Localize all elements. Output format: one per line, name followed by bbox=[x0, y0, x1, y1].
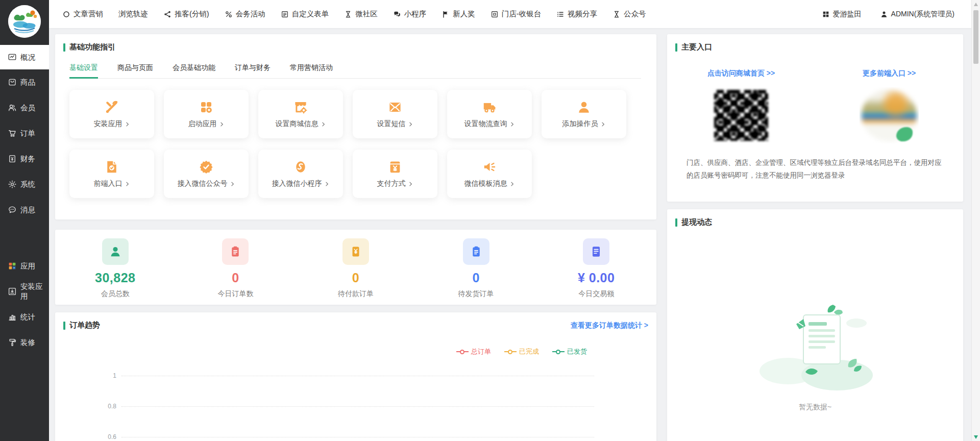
nav-conference[interactable]: 会务活动 bbox=[225, 9, 265, 19]
list-doc-icon bbox=[590, 245, 603, 258]
nav-label: 门店-收银台 bbox=[502, 9, 541, 19]
y-tick: 1 bbox=[100, 372, 116, 379]
tab-marketing[interactable]: 常用营销活动 bbox=[290, 63, 333, 78]
mall-home-link[interactable]: 点击访问商城首页 >> bbox=[707, 69, 775, 77]
qr-row bbox=[667, 87, 963, 143]
guide-header: 基础功能指引 bbox=[55, 34, 656, 52]
guide-mall-info[interactable]: 设置商城信息 bbox=[258, 90, 343, 138]
more-order-stats-link[interactable]: 查看更多订单数据统计 > bbox=[571, 321, 648, 330]
guide-template-message[interactable]: 微信模板消息 bbox=[447, 150, 532, 198]
guide-card-label: 微信模板消息 bbox=[464, 179, 507, 188]
legend-marker-icon bbox=[504, 350, 517, 354]
guide-install-app[interactable]: 安装应用 bbox=[69, 90, 154, 138]
guide-card-label: 设置短信 bbox=[377, 119, 406, 129]
tab-basic-settings[interactable]: 基础设置 bbox=[69, 63, 98, 78]
form-icon bbox=[281, 10, 289, 18]
chain-icon bbox=[225, 10, 233, 18]
guide-card-label: 接入微信小程序 bbox=[272, 179, 322, 188]
nav-official-account[interactable]: 公众号 bbox=[612, 9, 646, 19]
guide-payment[interactable]: 支付方式 bbox=[353, 150, 437, 198]
sidebar-label: 消息 bbox=[20, 205, 35, 215]
chat-double-icon bbox=[393, 10, 401, 18]
tab-goods-pages[interactable]: 商品与页面 bbox=[117, 63, 153, 78]
tab-member-basics[interactable]: 会员基础功能 bbox=[173, 63, 215, 78]
nav-mini-program[interactable]: 小程序 bbox=[393, 9, 427, 19]
sidebar-label: 应用 bbox=[20, 261, 35, 271]
download-box-icon bbox=[8, 287, 17, 296]
mall-home-qr-image bbox=[712, 87, 771, 143]
guide-wechat-mini[interactable]: 接入微信小程序 bbox=[258, 150, 343, 198]
stat-label: 会员总数 bbox=[101, 289, 130, 299]
stat-unpaid-orders: 0 待付款订单 bbox=[296, 230, 416, 305]
bar-chart-icon bbox=[8, 312, 17, 322]
apps-color-icon bbox=[8, 261, 17, 271]
guide-card-label: 添加操作员 bbox=[562, 119, 598, 129]
nav-micro-community[interactable]: 微社区 bbox=[344, 9, 378, 19]
scrollbar-up-icon[interactable] bbox=[974, 3, 978, 6]
green-bar bbox=[63, 322, 65, 330]
sidebar-item-messages[interactable]: 消息 bbox=[0, 197, 49, 223]
sidebar-item-finance[interactable]: 财务 bbox=[0, 146, 49, 172]
nav-newcomer-award[interactable]: 新人奖 bbox=[442, 9, 475, 19]
sidebar-item-install-apps[interactable]: 安装应用 bbox=[0, 279, 49, 304]
sidebar-item-orders[interactable]: 订单 bbox=[0, 120, 49, 146]
nav-video-share[interactable]: 视频分享 bbox=[556, 9, 597, 19]
logo-wrap bbox=[0, 0, 49, 45]
withdraw-title: 提现动态 bbox=[681, 217, 712, 227]
nav-label: 微社区 bbox=[355, 9, 378, 19]
gridline bbox=[121, 406, 594, 407]
nav-custom-form[interactable]: 自定义表单 bbox=[281, 9, 329, 19]
user-menu[interactable]: ADMIN(系统管理员) bbox=[880, 10, 954, 19]
nav-article-marketing[interactable]: 文章营销 bbox=[62, 9, 103, 19]
sidebar-item-overview[interactable]: 概况 bbox=[0, 45, 49, 69]
legend-total-orders[interactable]: 总订单 bbox=[456, 347, 491, 356]
sidebar-item-system[interactable]: 系统 bbox=[0, 172, 49, 197]
legend-marker-icon bbox=[456, 350, 469, 354]
doc-check-icon bbox=[104, 159, 119, 175]
sidebar-label: 装修 bbox=[20, 338, 35, 348]
bag-icon bbox=[8, 78, 17, 87]
circle-icon bbox=[62, 10, 70, 18]
gridline bbox=[121, 376, 594, 376]
gridline-row: 0.6 bbox=[100, 432, 594, 441]
sidebar-item-apps[interactable]: 应用 bbox=[0, 253, 49, 279]
legend-completed[interactable]: 已完成 bbox=[504, 347, 539, 356]
more-entries-link[interactable]: 更多前端入口 >> bbox=[863, 69, 916, 77]
shop-switcher[interactable]: 爱游盐田 bbox=[822, 10, 862, 19]
sidebar-item-goods[interactable]: 商品 bbox=[0, 69, 49, 95]
chevron-right-icon bbox=[219, 121, 225, 127]
guide-launch-app[interactable]: 启动应用 bbox=[164, 90, 249, 138]
s-link-icon bbox=[293, 159, 308, 175]
guide-wechat-official[interactable]: 接入微信公众号 bbox=[164, 150, 249, 198]
topbar-right: 爱游盐田 ADMIN(系统管理员) bbox=[822, 10, 968, 19]
chevron-right-icon bbox=[125, 181, 130, 187]
stat-label: 今日交易额 bbox=[578, 289, 614, 299]
scrollbar-thumb[interactable] bbox=[973, 10, 978, 64]
main-entry-card: 主要入口 点击访问商城首页 >> 更多前端入口 >> 门店、供应商、酒店、企业管… bbox=[667, 34, 963, 202]
tab-orders-finance[interactable]: 订单与财务 bbox=[235, 63, 271, 78]
guide-card-label: 安装应用 bbox=[94, 119, 122, 129]
guide-sms[interactable]: 设置短信 bbox=[353, 90, 437, 138]
hourglass-icon bbox=[612, 10, 621, 18]
nav-label: 浏览轨迹 bbox=[118, 9, 148, 19]
legend-label: 已完成 bbox=[519, 347, 539, 356]
guide-add-operator[interactable]: 添加操作员 bbox=[542, 90, 626, 138]
sidebar-item-statistics[interactable]: 统计 bbox=[0, 304, 49, 330]
empty-state: 暂无数据~ bbox=[667, 293, 963, 412]
scrollbar-down-icon[interactable] bbox=[974, 435, 978, 439]
nav-distribution[interactable]: 推客(分销) bbox=[163, 9, 209, 19]
nav-store-cashier[interactable]: 门店-收银台 bbox=[491, 9, 541, 19]
y-tick: 0.6 bbox=[100, 433, 116, 440]
sidebar-item-decorate[interactable]: 装修 bbox=[0, 330, 49, 355]
nav-label: 视频分享 bbox=[568, 9, 597, 19]
shop-name: 爱游盐田 bbox=[833, 10, 862, 19]
nav-browse-track[interactable]: 浏览轨迹 bbox=[118, 9, 148, 19]
guide-front-entry[interactable]: 前端入口 bbox=[69, 150, 154, 198]
person-icon bbox=[109, 245, 122, 258]
guide-logistics[interactable]: 设置物流查询 bbox=[447, 90, 532, 138]
nav-label: 会务活动 bbox=[236, 9, 265, 19]
nav-label: 公众号 bbox=[624, 9, 646, 19]
sidebar-item-members[interactable]: 会员 bbox=[0, 95, 49, 120]
nav-label: 自定义表单 bbox=[292, 9, 329, 19]
legend-shipped[interactable]: 已发货 bbox=[552, 347, 587, 356]
